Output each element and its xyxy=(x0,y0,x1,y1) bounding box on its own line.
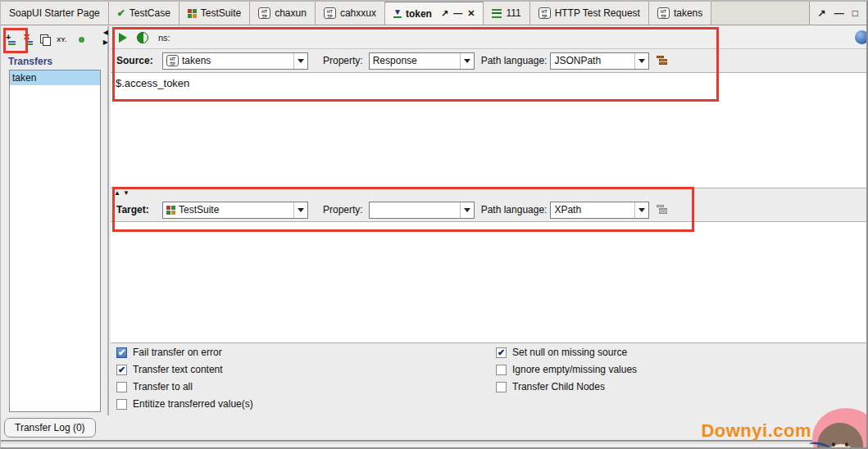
option-transfer-text-content[interactable]: Transfer text content xyxy=(116,363,253,376)
property-transfer-editor: ns: Source: HT TP takens Property: Respo… xyxy=(111,26,866,415)
target-property-label: Property: xyxy=(323,204,363,215)
option-ignore-empty-missing-values[interactable]: Ignore empty/missing values xyxy=(496,363,637,376)
x-icon: ✕ xyxy=(23,34,30,41)
delete-transfer-button[interactable]: ✕ xyxy=(23,34,33,45)
editor-splitter[interactable]: ▲ ▼ xyxy=(111,188,866,198)
transfer-list-item[interactable]: taken xyxy=(10,70,100,85)
http-icon-text: TP xyxy=(542,14,547,19)
source-step-select[interactable]: HT TP takens xyxy=(162,52,308,70)
http-request-icon: HT TP xyxy=(166,55,179,66)
restore-tab-icon[interactable]: ↗ xyxy=(441,9,448,18)
select-target-property-icon[interactable] xyxy=(657,205,668,215)
rename-transfer-button[interactable]: XY. xyxy=(57,36,66,43)
testsuite-icon xyxy=(166,206,175,215)
target-path-language-value: XPath xyxy=(554,204,631,215)
collapse-right-icon[interactable]: ▶ xyxy=(103,39,108,46)
source-path-language-select[interactable]: JSONPath xyxy=(550,52,649,70)
option-entitize-transferred-values[interactable]: Entitize transferred value(s) xyxy=(116,397,253,410)
option-transfer-child-nodes[interactable]: Transfer Child Nodes xyxy=(496,380,637,393)
target-path-language-select[interactable]: XPath xyxy=(550,202,649,219)
option-transfer-to-all[interactable]: Transfer to all xyxy=(116,380,253,393)
close-tab-icon[interactable]: ✕ xyxy=(467,9,475,18)
chevron-down-icon[interactable] xyxy=(634,53,648,69)
add-transfer-button[interactable]: + xyxy=(6,34,16,45)
target-expression-editor[interactable] xyxy=(111,221,866,343)
source-label: Source: xyxy=(116,55,162,66)
http-icon-text: TP xyxy=(261,14,266,19)
testcase-list-icon xyxy=(492,9,502,18)
chevron-down-icon[interactable] xyxy=(293,53,307,69)
transfers-heading: Transfers xyxy=(8,56,52,67)
watermark-cartoon: ✦ xyxy=(806,406,866,447)
chevron-down-icon[interactable] xyxy=(634,202,648,218)
target-step-select[interactable]: TestSuite xyxy=(162,202,308,219)
option-set-null-on-missing-source[interactable]: Set null on missing source xyxy=(496,346,637,359)
tab-testcase[interactable]: ✔ TestCase xyxy=(109,2,180,25)
tab-cahxxux[interactable]: HT TP cahxxux xyxy=(316,2,385,25)
target-path-language-label: Path language: xyxy=(481,204,548,215)
soapui-window: SoapUI Starter Page ✔ TestCase TestSuite… xyxy=(0,0,868,449)
option-fail-transfer-on-error[interactable]: Fail transfer on error xyxy=(116,346,253,359)
namespace-label: ns: xyxy=(158,33,170,43)
http-icon-text: TP xyxy=(327,14,332,19)
checkbox[interactable] xyxy=(496,382,507,392)
transfers-sidebar: + ✕ XY. ◀ ▶ Transfers taken xyxy=(1,26,109,415)
option-label: Fail transfer on error xyxy=(133,347,222,358)
select-source-property-icon[interactable] xyxy=(657,56,668,66)
source-property-value: Response xyxy=(373,55,457,66)
tab-testsuite[interactable]: TestSuite xyxy=(180,2,250,25)
copy-transfer-button[interactable] xyxy=(40,34,49,44)
source-expression-editor[interactable]: $.access_token xyxy=(111,72,866,188)
splitter-up-icon[interactable]: ▲ xyxy=(114,190,120,197)
tab-token-active[interactable]: ▼ token ↗ — ✕ xyxy=(385,2,484,25)
options-left-column: Fail transfer on error Transfer text con… xyxy=(116,346,253,410)
tab-chaxun[interactable]: HT TP chaxun xyxy=(250,2,316,25)
window-controls: ↗ — □ xyxy=(809,2,866,25)
tab-http-test-request[interactable]: HT TP HTTP Test Request xyxy=(530,2,649,25)
run-transfer-icon[interactable] xyxy=(119,33,127,43)
checkbox[interactable] xyxy=(116,382,127,392)
checkbox[interactable] xyxy=(116,347,127,358)
chevron-down-icon[interactable] xyxy=(293,202,307,218)
tab-111[interactable]: 111 xyxy=(484,2,529,25)
minimize-window-icon[interactable]: — xyxy=(834,7,844,19)
plus-icon: + xyxy=(6,34,11,41)
tab-label: HTTP Test Request xyxy=(555,7,640,19)
sidebar-collapse-handle[interactable]: ◀ ▶ xyxy=(103,29,108,46)
collapse-left-icon[interactable]: ◀ xyxy=(103,29,108,36)
tab-label: takens xyxy=(674,7,702,19)
property-transfer-icon: ▼ xyxy=(393,9,402,18)
transfers-list[interactable]: taken xyxy=(9,70,101,412)
option-label: Ignore empty/missing values xyxy=(512,364,637,375)
checkbox[interactable] xyxy=(116,399,127,410)
maximize-window-icon[interactable]: □ xyxy=(852,7,858,19)
run-all-transfers-icon[interactable] xyxy=(137,32,148,43)
chevron-down-icon[interactable] xyxy=(460,202,474,218)
option-label: Transfer to all xyxy=(133,381,193,392)
transfer-toolbar: ns: xyxy=(111,26,866,49)
source-step-value: takens xyxy=(182,55,290,66)
restore-window-icon[interactable]: ↗ xyxy=(818,7,826,19)
target-step-value: TestSuite xyxy=(179,204,290,215)
checkbox[interactable] xyxy=(496,347,507,358)
splitter-down-icon[interactable]: ▼ xyxy=(123,190,130,197)
help-icon[interactable] xyxy=(855,30,868,44)
source-expression: $.access_token xyxy=(116,77,189,89)
checkbox[interactable] xyxy=(116,365,127,375)
source-property-select[interactable]: Response xyxy=(369,52,475,70)
checkbox[interactable] xyxy=(496,365,507,375)
transfer-options: Fail transfer on error Transfer text con… xyxy=(111,343,866,415)
chevron-down-icon[interactable] xyxy=(460,53,474,69)
source-row: Source: HT TP takens Property: Response … xyxy=(111,49,866,72)
minimize-tab-icon[interactable]: — xyxy=(453,9,462,18)
http-request-icon: HT TP xyxy=(258,7,270,19)
transfer-log-tab[interactable]: Transfer Log (0) xyxy=(4,418,96,438)
target-property-select[interactable] xyxy=(369,202,475,219)
tab-soapui-starter-page[interactable]: SoapUI Starter Page xyxy=(1,2,109,25)
http-icon-text: TP xyxy=(661,14,666,19)
source-path-language-label: Path language: xyxy=(481,55,548,66)
tab-label: SoapUI Starter Page xyxy=(9,7,100,19)
tab-takens[interactable]: HT TP takens xyxy=(649,2,711,25)
tab-label: chaxun xyxy=(275,7,307,19)
option-label: Transfer Child Nodes xyxy=(512,381,605,392)
